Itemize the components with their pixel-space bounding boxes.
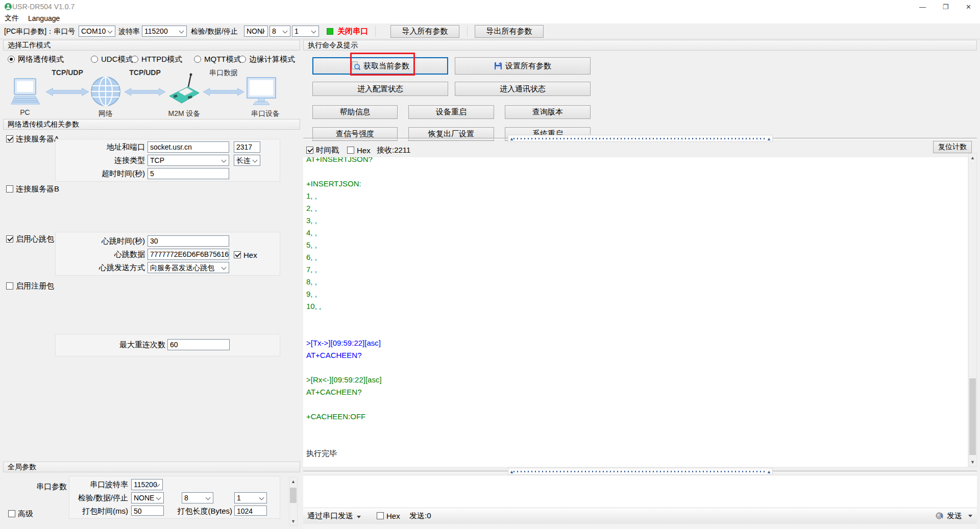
radio-label: 边缘计算模式 bbox=[249, 55, 295, 64]
heartbeat-mode-combo[interactable]: 向服务器发送心跳包 bbox=[148, 262, 229, 273]
magnifier-document-icon bbox=[351, 61, 360, 70]
heartbeat-enable-checkbox[interactable]: 启用心跳包 bbox=[6, 234, 54, 244]
export-params-button[interactable]: 导出所有参数 bbox=[475, 25, 544, 38]
combo-value: 8 bbox=[184, 494, 188, 502]
log-hex-checkbox[interactable]: Hex bbox=[347, 145, 371, 155]
baud-combo[interactable]: 115200 bbox=[142, 26, 187, 37]
arrow-network-m2m bbox=[125, 87, 165, 97]
toolbar-separator bbox=[375, 26, 376, 37]
log-splitter-trackbar[interactable]: ▲ ▲ bbox=[508, 135, 773, 142]
stopbits-combo[interactable]: 1 bbox=[292, 26, 319, 37]
radio-net-passthrough[interactable]: 网络透传模式 bbox=[8, 54, 64, 64]
send-splitter-trackbar[interactable]: ▲ ▲ bbox=[508, 468, 773, 475]
send-button[interactable]: 发送 bbox=[935, 508, 972, 523]
close-port-button[interactable]: 关闭串口 bbox=[337, 23, 368, 39]
pack-time-label: 打包时间(ms) bbox=[72, 506, 128, 517]
pack-len-input[interactable]: 1024 bbox=[234, 506, 267, 516]
server-port-input[interactable]: 2317 bbox=[234, 141, 260, 153]
pack-time-input[interactable]: 50 bbox=[131, 506, 164, 516]
node-label-m2m: M2M 设备 bbox=[159, 109, 209, 118]
help-info-button[interactable]: 帮助信息 bbox=[312, 105, 398, 119]
minimize-button[interactable]: — bbox=[911, 0, 934, 13]
close-button[interactable]: ✕ bbox=[957, 0, 980, 13]
query-version-button[interactable]: 查询版本 bbox=[505, 105, 591, 119]
net-params-header: 网络透传模式相关参数 bbox=[3, 119, 300, 130]
conn-type-combo[interactable]: TCP bbox=[148, 155, 229, 166]
parity-combo[interactable]: NONI bbox=[244, 26, 268, 37]
register-pack-checkbox[interactable]: 启用注册包 bbox=[6, 281, 54, 291]
scroll-thumb[interactable] bbox=[290, 488, 297, 503]
combo-value: 115200 bbox=[144, 27, 168, 35]
heartbeat-data-input[interactable]: 7777772E6D6F6B7561692E6 bbox=[148, 249, 229, 260]
server-a-checkbox[interactable]: 连接服务器A bbox=[6, 134, 59, 144]
log-line bbox=[306, 435, 965, 447]
global-stopbits-combo[interactable]: 1 bbox=[234, 492, 267, 503]
log-line bbox=[306, 325, 965, 337]
max-reconnect-input[interactable]: 60 bbox=[167, 339, 230, 350]
heartbeat-time-input[interactable]: 30 bbox=[148, 235, 229, 247]
global-baud-combo[interactable]: 115200 bbox=[131, 479, 163, 490]
scroll-down-arrow[interactable]: ▼ bbox=[969, 458, 976, 466]
network-globe-icon bbox=[90, 76, 121, 107]
maximize-button[interactable]: ❐ bbox=[934, 0, 957, 13]
button-label: 进入配置状态 bbox=[357, 84, 403, 94]
enter-config-state-button[interactable]: 进入配置状态 bbox=[312, 82, 448, 96]
global-section-scrollbar[interactable]: ▲ ▼ bbox=[289, 477, 298, 526]
trackbar-left-thumb[interactable]: ▲ bbox=[509, 469, 514, 475]
device-reboot-button[interactable]: 设备重启 bbox=[408, 105, 494, 119]
timeout-input[interactable]: 5 bbox=[148, 168, 229, 179]
heartbeat-data-label: 心跳数据 bbox=[80, 249, 145, 260]
scroll-up-arrow[interactable]: ▲ bbox=[969, 154, 976, 162]
combo-value: 1 bbox=[237, 494, 241, 502]
scroll-thumb[interactable] bbox=[969, 378, 976, 455]
scroll-down-arrow[interactable]: ▼ bbox=[289, 517, 297, 525]
log-line bbox=[306, 423, 965, 435]
server-addr-input[interactable]: socket.usr.cn bbox=[148, 141, 229, 153]
radio-mqtt-mode[interactable]: MQTT模式 bbox=[194, 54, 241, 64]
databits-combo[interactable]: 8 bbox=[270, 26, 290, 37]
serial-port-label: [PC串口参数]：串口号 bbox=[4, 23, 75, 39]
reset-counter-button[interactable]: 复位计数 bbox=[933, 141, 972, 153]
radio-label: HTTPD模式 bbox=[141, 55, 182, 64]
send-hex-checkbox[interactable]: Hex bbox=[377, 511, 400, 521]
send-text-area[interactable] bbox=[303, 476, 977, 508]
global-databits-combo[interactable]: 8 bbox=[182, 492, 213, 503]
log-scrollbar[interactable]: ▲ ▼ bbox=[968, 153, 977, 467]
timestamp-checkbox[interactable]: 时间戳 bbox=[306, 145, 339, 155]
button-label: 导入所有参数 bbox=[402, 27, 448, 36]
enter-comm-state-button[interactable]: 进入通讯状态 bbox=[455, 82, 591, 96]
dropdown-label: 通过串口发送 bbox=[307, 511, 353, 520]
advanced-checkbox[interactable]: 高级 bbox=[8, 509, 33, 519]
global-params-header: 全局参数 bbox=[3, 462, 300, 472]
app-window: USR-DR504 V1.0.7 — ❐ ✕ 文件 Language [PC串口… bbox=[0, 0, 980, 529]
trackbar-right-thumb[interactable]: ▲ bbox=[767, 469, 771, 475]
menu-bar: 文件 Language bbox=[0, 13, 980, 23]
log-line bbox=[306, 312, 965, 325]
set-all-params-button[interactable]: 设置所有参数 bbox=[455, 57, 591, 75]
global-parity-combo[interactable]: NONE bbox=[131, 492, 164, 503]
combo-value: 1 bbox=[295, 27, 299, 35]
trackbar-right-thumb[interactable]: ▲ bbox=[767, 136, 771, 142]
menu-file[interactable]: 文件 bbox=[5, 14, 19, 23]
heartbeat-hex-checkbox[interactable]: Hex bbox=[234, 250, 257, 260]
menu-language[interactable]: Language bbox=[28, 14, 60, 22]
com-port-combo[interactable]: COM10 bbox=[79, 26, 115, 37]
chevron-down-icon bbox=[968, 515, 972, 517]
trackbar-left-thumb[interactable]: ▲ bbox=[509, 136, 514, 142]
status-strip bbox=[303, 523, 977, 529]
checkbox-label: Hex bbox=[243, 251, 257, 259]
sent-counter: 发送:0 bbox=[409, 508, 431, 523]
keepalive-combo[interactable]: 长连 bbox=[234, 155, 260, 166]
scroll-up-arrow[interactable]: ▲ bbox=[289, 477, 297, 486]
send-bar: 通过串口发送 Hex 发送:0 发送 bbox=[303, 508, 977, 523]
import-params-button[interactable]: 导入所有参数 bbox=[390, 25, 459, 38]
radio-edge-mode[interactable]: 边缘计算模式 bbox=[239, 54, 295, 64]
send-via-serial-dropdown[interactable]: 通过串口发送 bbox=[307, 508, 361, 523]
radio-httpd-mode[interactable]: HTTPD模式 bbox=[131, 54, 182, 64]
radio-dot bbox=[239, 56, 246, 63]
checkbox-label: 连接服务器B bbox=[16, 184, 59, 194]
server-b-checkbox[interactable]: 连接服务器B bbox=[6, 184, 59, 194]
log-output-area[interactable]: AT+INSERTJSON? +INSERTJSON:1, ,2, ,3, ,4… bbox=[303, 157, 968, 467]
get-current-params-button[interactable]: 获取当前参数 bbox=[312, 57, 448, 75]
radio-udc-mode[interactable]: UDC模式 bbox=[91, 54, 133, 64]
